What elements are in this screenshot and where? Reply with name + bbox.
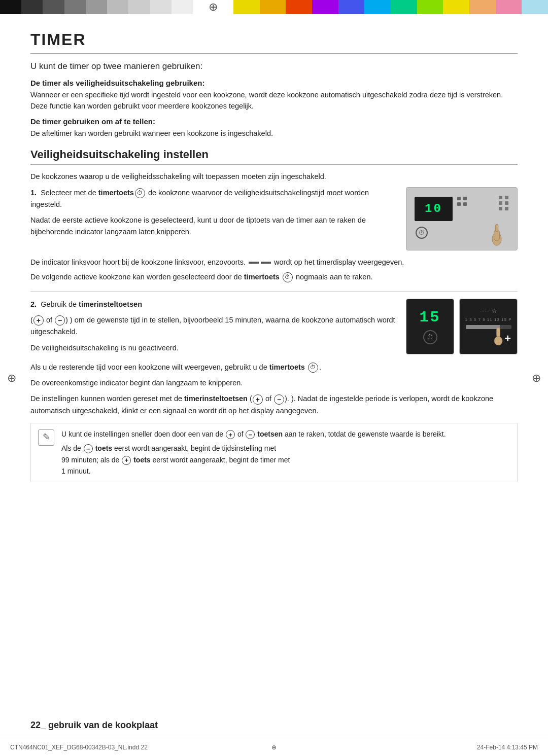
sub1-value: 99 minuten; als de bbox=[61, 456, 121, 464]
footer-left: CTN464NC01_XEF_DG68-00342B-03_NL.indd 22 bbox=[10, 744, 148, 751]
step1-image: 10 ⏱ bbox=[406, 187, 518, 250]
sub1-bold: toets bbox=[95, 444, 112, 452]
step1-text: 1. Selecteer met de timertoets⏱ de kookz… bbox=[30, 187, 396, 250]
color-bar-center-symbol: ⊕ bbox=[193, 0, 233, 14]
resterende-timertoets: timertoets bbox=[269, 363, 305, 371]
dash-indicator bbox=[249, 262, 259, 264]
step1-timer-btn: ⏱ bbox=[416, 227, 428, 239]
section2-text: De afteltimer kan worden gebruikt wannee… bbox=[30, 128, 518, 139]
step1-text1: Selecteer met de bbox=[41, 189, 98, 197]
footer: CTN464NC01_XEF_DG68-00342B-03_NL.indd 22… bbox=[0, 738, 548, 756]
step2-timerinstel-bold: timerinsteltoetsen bbox=[79, 300, 142, 308]
note-bold: toetsen bbox=[257, 430, 283, 438]
resterende-text: Als u de resterende tijd voor een kookzo… bbox=[30, 362, 518, 373]
reset-text: De instellingen kunnen worden gereset me… bbox=[30, 393, 518, 416]
reset-of: of bbox=[265, 394, 271, 403]
color-swatch-1 bbox=[0, 0, 21, 14]
color-swatch-sky bbox=[364, 0, 391, 14]
color-bar-right bbox=[233, 0, 548, 14]
step2-wifi-icon: ☆ bbox=[492, 307, 497, 314]
step1-number: 1. bbox=[30, 189, 37, 197]
footer-center-symbol: ⊕ bbox=[271, 744, 277, 751]
step1-finger-icon bbox=[487, 221, 507, 246]
minus-icon-step2: − bbox=[55, 315, 65, 326]
step1-display: 10 bbox=[415, 197, 453, 221]
color-swatch-9 bbox=[172, 0, 193, 14]
right-crosshair-icon: ⊕ bbox=[532, 372, 541, 385]
svg-point-4 bbox=[494, 337, 502, 346]
sub1-post: eerst wordt aangeraakt, begint de tijdsi… bbox=[112, 444, 276, 452]
color-bar: ⊕ bbox=[0, 0, 548, 14]
color-swatch-purple bbox=[312, 0, 338, 14]
color-swatch-lime bbox=[417, 0, 443, 14]
step1-timertoets-bold: timertoets bbox=[98, 189, 134, 197]
step1-text2: Nadat de eerste actieve kookzone is gese… bbox=[30, 214, 396, 238]
reset-minus-icon: − bbox=[274, 394, 284, 405]
subtitle: U kunt de timer op twee manieren gebruik… bbox=[30, 61, 518, 71]
color-swatch-5 bbox=[86, 0, 107, 14]
color-swatch-light-blue bbox=[522, 0, 548, 14]
note-of: of bbox=[237, 430, 244, 438]
section1-heading: De timer als veiligheidsuitschakeling ge… bbox=[30, 79, 518, 87]
step2-timer-display: 15 ⏱ bbox=[406, 299, 454, 354]
timer-icon-3: ⏱ bbox=[308, 363, 318, 373]
note-plus-icon: + bbox=[226, 430, 235, 439]
color-bar-left bbox=[0, 0, 193, 14]
step2-rest: ) om de gewenste tijd in te stellen, bij… bbox=[30, 316, 395, 336]
step1-dots-mid bbox=[457, 197, 467, 206]
note-icon: ✎ bbox=[38, 429, 54, 446]
step2-images: 15 ⏱ ⋯⋯ ☆ 1 3 5 7 9 11 13 15 P + bbox=[406, 299, 518, 354]
color-swatch-peach bbox=[469, 0, 496, 14]
svg-rect-2 bbox=[495, 224, 498, 232]
svg-rect-3 bbox=[497, 328, 500, 337]
step2-clock-icon: ⋯⋯ bbox=[480, 308, 490, 314]
color-swatch-pink bbox=[496, 0, 522, 14]
reset-text-pre: De instellingen kunnen worden gereset me… bbox=[30, 394, 184, 403]
step1-text4b: timertoets bbox=[244, 273, 280, 281]
color-swatch-red bbox=[286, 0, 312, 14]
sub1-post2: eerst wordt aangeraakt, begint de timer … bbox=[151, 456, 290, 464]
resterende-text1: Als u de resterende tijd voor een kookzo… bbox=[30, 363, 267, 371]
step2-container: 2. Gebruik de timerinsteltoetsen (+ of −… bbox=[30, 299, 518, 354]
footer-right: 24-Feb-14 4:13:45 PM bbox=[477, 744, 538, 751]
page-bottom: 22_ gebruik van de kookplaat bbox=[30, 720, 158, 731]
left-crosshair-icon: ⊕ bbox=[7, 372, 16, 385]
reset-mid: ( bbox=[248, 394, 252, 403]
color-swatch-7 bbox=[128, 0, 150, 14]
color-swatch-8 bbox=[150, 0, 172, 14]
color-swatch-green bbox=[391, 0, 417, 14]
step2-scale-numbers: 1 3 5 7 9 11 13 15 P bbox=[465, 317, 511, 322]
step2-text: 2. Gebruik de timerinsteltoetsen (+ of −… bbox=[30, 299, 396, 354]
step2-text3: De veiligheidsuitschakeling is nu geacti… bbox=[30, 342, 396, 354]
step2-number: 2. bbox=[30, 300, 37, 308]
step1-dots bbox=[499, 196, 509, 210]
page-number: 22 bbox=[30, 720, 41, 730]
step2-timer-number: 15 bbox=[419, 309, 440, 326]
note-box: ✎ U kunt de instellingen sneller doen do… bbox=[30, 423, 518, 483]
step1-text4-line: De volgende actieve kookzone kan worden … bbox=[30, 271, 518, 283]
step2-text1a: Gebruik de bbox=[41, 300, 79, 308]
step-divider bbox=[30, 291, 518, 292]
note-text3: aan te raken, totdat de gewenste waarde … bbox=[283, 430, 446, 438]
timer-icon-1: ⏱ bbox=[135, 188, 145, 198]
section1-text: Wanneer er een specifieke tijd wordt ing… bbox=[30, 89, 518, 112]
step2-control-panel: ⋯⋯ ☆ 1 3 5 7 9 11 13 15 P + bbox=[459, 299, 518, 354]
page-label: _ gebruik van de kookplaat bbox=[41, 720, 158, 730]
step2-timer-btn-icon: ⏱ bbox=[423, 330, 437, 344]
note-content: U kunt de instellingen sneller doen door… bbox=[61, 428, 446, 477]
note-final: 1 minuut. bbox=[61, 465, 446, 477]
step2-finger-icon bbox=[492, 328, 505, 345]
subsection-intro: De kookzones waarop u de veiligheidsscha… bbox=[30, 171, 518, 183]
color-swatch-yellow bbox=[233, 0, 260, 14]
note-sub1: Als de − toets eerst wordt aangeraakt, b… bbox=[61, 443, 446, 454]
sub1-bold2: toets bbox=[133, 456, 150, 464]
step1-continued-text3: De indicator linksvoor hoort bij de kook… bbox=[30, 257, 518, 268]
step2-top-icons: ⋯⋯ ☆ bbox=[480, 307, 497, 314]
note-text: U kunt de instellingen sneller doen door… bbox=[61, 428, 446, 440]
note-minus-icon: − bbox=[246, 430, 255, 439]
subsection-title: Veiligheidsuitschakeling instellen bbox=[30, 148, 518, 165]
color-swatch-orange-yellow bbox=[260, 0, 286, 14]
plus-icon-step2: + bbox=[33, 315, 44, 326]
color-swatch-4 bbox=[64, 0, 86, 14]
dash-indicator2 bbox=[261, 262, 271, 264]
